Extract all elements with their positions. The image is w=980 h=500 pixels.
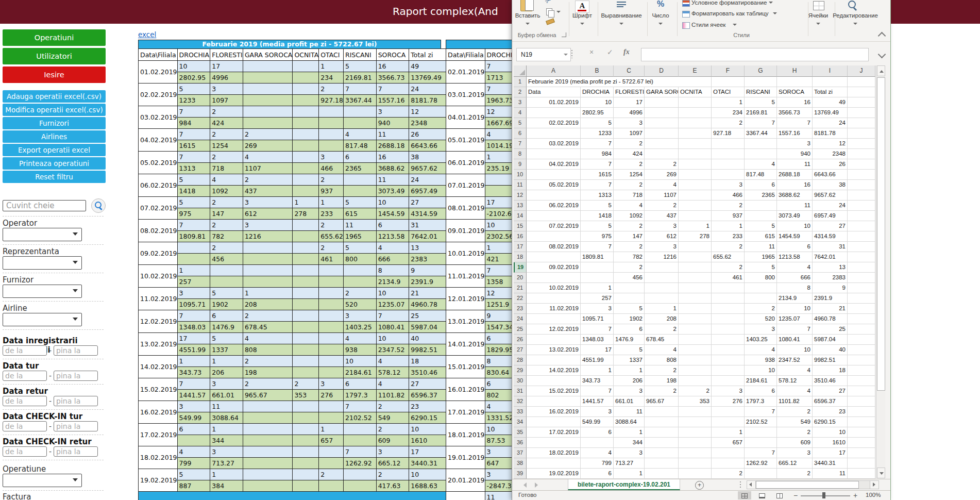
excel-cell[interactable]: 3566.73 — [777, 108, 813, 118]
excel-cell[interactable]: 04.02.2019 — [527, 159, 581, 170]
excel-cell[interactable]: GARA SOROCA — [645, 87, 679, 97]
excel-cell[interactable]: 6 — [614, 324, 645, 335]
excel-cell[interactable] — [679, 201, 712, 211]
excel-cell[interactable]: 4551.99 — [581, 355, 614, 365]
excel-cell[interactable]: 3 — [614, 448, 645, 458]
excel-cell[interactable] — [679, 77, 712, 87]
excel-cell[interactable]: 16 — [777, 180, 813, 190]
number-dropdown-icon[interactable] — [658, 23, 663, 25]
excel-cell[interactable]: 1254 — [614, 170, 645, 180]
excel-cell[interactable]: 5 — [614, 345, 645, 355]
excel-cell[interactable] — [848, 180, 875, 190]
excel-cell[interactable]: 2 — [614, 262, 645, 273]
excel-cell[interactable]: 269 — [645, 170, 679, 180]
excel-cell[interactable] — [679, 304, 712, 314]
excel-cell[interactable] — [581, 262, 614, 273]
excel-cell[interactable]: 09.02.2019 — [527, 262, 581, 273]
excel-cell[interactable]: 23 — [813, 407, 848, 417]
row-header-27[interactable]: 27 — [514, 345, 527, 355]
excel-cell[interactable]: 1418 — [581, 211, 614, 221]
excel-cell[interactable]: 937 — [712, 211, 745, 221]
excel-cell[interactable] — [712, 159, 745, 170]
row-header-1[interactable]: 1 — [514, 77, 527, 87]
excel-cell[interactable]: 2 — [645, 324, 679, 335]
column-header-E[interactable]: E — [679, 65, 712, 77]
excel-cell[interactable] — [712, 417, 745, 427]
excel-cell[interactable] — [679, 345, 712, 355]
excel-cell[interactable]: 2 — [614, 159, 645, 170]
excel-cell[interactable]: 6643.66 — [813, 170, 848, 180]
excel-cell[interactable] — [527, 273, 581, 283]
action-button[interactable]: Export operatii excel — [3, 144, 106, 156]
excel-cell[interactable]: 2 — [614, 139, 645, 149]
date-to-input[interactable] — [54, 421, 98, 431]
excel-cell[interactable] — [848, 417, 875, 427]
excel-cell[interactable] — [645, 293, 679, 304]
excel-cell[interactable] — [679, 324, 712, 335]
excel-cell[interactable]: 12 — [813, 139, 848, 149]
action-button[interactable]: Reset filtru — [3, 171, 106, 183]
row-header-38[interactable]: 38 — [514, 458, 527, 469]
excel-cell[interactable]: 278 — [679, 231, 712, 242]
date-from-input[interactable] — [3, 421, 47, 431]
page-break-view-icon[interactable] — [773, 491, 786, 499]
excel-cell[interactable] — [527, 293, 581, 304]
excel-cell[interactable]: 6 — [581, 469, 614, 479]
excel-cell[interactable]: 7 — [745, 448, 777, 458]
excel-cell[interactable] — [848, 128, 875, 139]
excel-cell[interactable]: 3 — [777, 139, 813, 149]
excel-cell[interactable]: 655.62 — [712, 252, 745, 262]
excel-cell[interactable]: 2184.61 — [745, 376, 777, 386]
excel-cell[interactable]: 437 — [645, 211, 679, 221]
row-header-28[interactable]: 28 — [514, 355, 527, 365]
excel-cell[interactable] — [679, 417, 712, 427]
excel-cell[interactable]: 3088.64 — [614, 417, 645, 427]
excel-cell[interactable] — [848, 396, 875, 407]
excel-cell[interactable] — [645, 97, 679, 108]
excel-cell[interactable]: 927.18 — [712, 128, 745, 139]
excel-cell[interactable]: 7 — [581, 242, 614, 252]
excel-cell[interactable]: 05.02.2019 — [527, 180, 581, 190]
row-header-37[interactable]: 37 — [514, 448, 527, 458]
formula-input[interactable] — [641, 48, 869, 61]
excel-cell[interactable] — [745, 149, 777, 159]
excel-cell[interactable] — [527, 170, 581, 180]
excel-cell[interactable] — [848, 293, 875, 304]
new-sheet-icon[interactable]: + — [695, 481, 704, 490]
excel-cell[interactable]: 975 — [581, 231, 614, 242]
excel-cell[interactable] — [527, 231, 581, 242]
excel-cell[interactable]: 11.02.2019 — [527, 304, 581, 314]
excel-cell[interactable] — [527, 335, 581, 345]
excel-cell[interactable]: 1 — [581, 365, 614, 376]
excel-cell[interactable]: 549.99 — [581, 417, 614, 427]
excel-cell[interactable] — [848, 211, 875, 221]
excel-cell[interactable]: 1101.82 — [777, 396, 813, 407]
horizontal-scrollbar[interactable] — [747, 480, 879, 489]
excel-cell[interactable]: 257 — [581, 293, 614, 304]
excel-cell[interactable] — [712, 139, 745, 149]
excel-cell[interactable]: 7 — [777, 324, 813, 335]
row-header-6[interactable]: 6 — [514, 128, 527, 139]
excel-cell[interactable] — [848, 77, 875, 87]
excel-cell[interactable]: 198 — [645, 376, 679, 386]
excel-cell[interactable] — [848, 273, 875, 283]
excel-cell[interactable]: 9657.62 — [813, 190, 848, 201]
vertical-scroll-thumb[interactable] — [877, 77, 885, 391]
row-header-33[interactable]: 33 — [514, 407, 527, 417]
excel-cell[interactable] — [712, 458, 745, 469]
excel-cell[interactable]: 4 — [777, 262, 813, 273]
excel-cell[interactable]: 7 — [581, 159, 614, 170]
excel-cell[interactable]: 17 — [614, 97, 645, 108]
excel-cell[interactable] — [527, 355, 581, 365]
column-header-H[interactable]: H — [777, 65, 813, 77]
confirm-entry-icon[interactable]: ✓ — [607, 48, 613, 56]
excel-cell[interactable]: 665.12 — [777, 458, 813, 469]
excel-cell[interactable] — [645, 407, 679, 417]
excel-cell[interactable]: 2169.81 — [745, 108, 777, 118]
excel-cell[interactable] — [679, 283, 712, 293]
excel-cell[interactable]: 11 — [614, 407, 645, 417]
excel-cell[interactable] — [679, 335, 712, 345]
excel-cell[interactable]: 6 — [745, 386, 777, 396]
excel-cell[interactable] — [813, 77, 848, 87]
zoom-in-icon[interactable]: + — [853, 491, 857, 499]
